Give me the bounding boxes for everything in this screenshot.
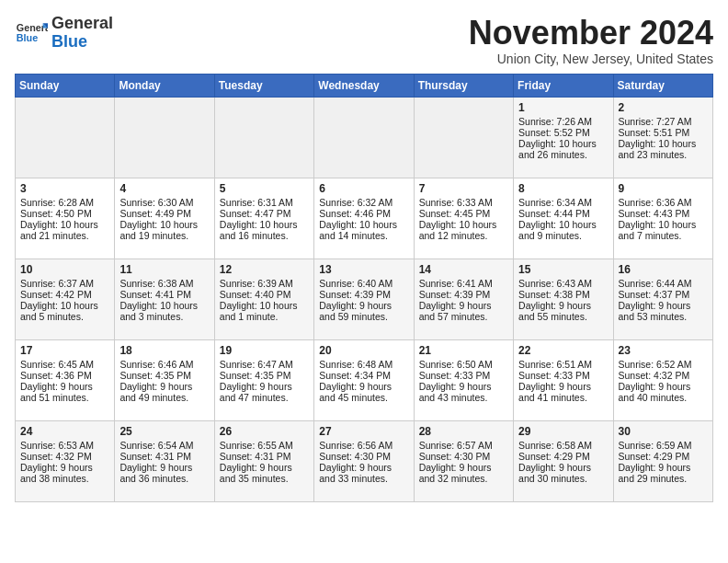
day-info-line: Sunrise: 6:31 AM [220, 197, 309, 208]
day-info-line: Daylight: 9 hours [220, 381, 309, 392]
day-of-week-header: Friday [514, 74, 613, 97]
day-number: 30 [619, 425, 708, 438]
day-info-line: and 38 minutes. [20, 473, 109, 484]
calendar-cell: 5Sunrise: 6:31 AMSunset: 4:47 PMDaylight… [214, 178, 313, 259]
day-number: 24 [20, 425, 109, 438]
day-info-line: and 33 minutes. [319, 473, 408, 484]
calendar-week-row: 3Sunrise: 6:28 AMSunset: 4:50 PMDaylight… [16, 178, 713, 259]
calendar-cell: 17Sunrise: 6:45 AMSunset: 4:36 PMDayligh… [16, 339, 115, 420]
day-info-line: Daylight: 10 hours [419, 219, 508, 230]
day-info-line: Sunset: 4:32 PM [20, 451, 109, 462]
day-number: 11 [119, 263, 209, 276]
calendar-cell [115, 97, 214, 178]
day-info-line: Sunrise: 6:47 AM [220, 359, 309, 370]
day-info-line: Sunset: 5:52 PM [518, 127, 608, 138]
calendar-week-row: 10Sunrise: 6:37 AMSunset: 4:42 PMDayligh… [16, 259, 713, 339]
day-info-line: Daylight: 10 hours [619, 219, 708, 230]
day-number: 13 [319, 263, 408, 276]
calendar-cell: 2Sunrise: 7:27 AMSunset: 5:51 PMDaylight… [613, 97, 712, 178]
day-info-line: and 59 minutes. [319, 311, 408, 322]
day-of-week-header: Wednesday [314, 74, 414, 97]
day-info-line: Daylight: 10 hours [119, 300, 209, 311]
svg-text:Blue: Blue [17, 32, 38, 43]
calendar-cell: 8Sunrise: 6:34 AMSunset: 4:44 PMDaylight… [514, 178, 613, 259]
day-info-line: Daylight: 10 hours [619, 138, 708, 149]
day-info-line: Daylight: 10 hours [319, 219, 408, 230]
day-info-line: Sunset: 4:43 PM [619, 208, 708, 219]
day-number: 6 [319, 182, 408, 195]
day-info-line: Sunset: 4:50 PM [20, 208, 109, 219]
day-info-line: Sunset: 4:39 PM [419, 289, 508, 300]
calendar-cell [16, 97, 115, 178]
day-info-line: Daylight: 10 hours [220, 300, 309, 311]
day-info-line: Sunrise: 6:40 AM [319, 278, 408, 289]
day-number: 15 [518, 263, 608, 276]
day-info-line: and 49 minutes. [119, 392, 209, 403]
day-number: 27 [319, 425, 408, 438]
calendar-cell: 25Sunrise: 6:54 AMSunset: 4:31 PMDayligh… [115, 420, 214, 501]
day-number: 7 [419, 182, 508, 195]
day-info-line: Daylight: 9 hours [419, 462, 508, 473]
calendar-header-row: SundayMondayTuesdayWednesdayThursdayFrid… [16, 74, 713, 97]
day-info-line: Sunset: 5:51 PM [619, 127, 708, 138]
day-info-line: Sunrise: 6:51 AM [518, 359, 608, 370]
day-number: 12 [220, 263, 309, 276]
logo-general-text: General [51, 14, 113, 32]
logo-icon: General Blue [15, 17, 48, 50]
calendar-cell: 30Sunrise: 6:59 AMSunset: 4:29 PMDayligh… [613, 420, 712, 501]
day-number: 5 [220, 182, 309, 195]
calendar-week-row: 1Sunrise: 7:26 AMSunset: 5:52 PMDaylight… [16, 97, 713, 178]
day-info-line: Sunrise: 6:56 AM [319, 440, 408, 451]
day-info-line: Sunset: 4:33 PM [518, 370, 608, 381]
calendar-cell: 11Sunrise: 6:38 AMSunset: 4:41 PMDayligh… [115, 259, 214, 339]
day-info-line: Sunrise: 6:30 AM [119, 197, 209, 208]
day-info-line: Sunset: 4:34 PM [319, 370, 408, 381]
day-info-line: Sunset: 4:35 PM [119, 370, 209, 381]
day-info-line: Sunrise: 6:54 AM [119, 440, 209, 451]
day-info-line: and 21 minutes. [20, 230, 109, 241]
day-number: 9 [619, 182, 708, 195]
day-info-line: Sunset: 4:31 PM [220, 451, 309, 462]
day-info-line: Sunset: 4:35 PM [220, 370, 309, 381]
day-info-line: Sunset: 4:29 PM [619, 451, 708, 462]
day-info-line: Sunrise: 6:55 AM [220, 440, 309, 451]
day-info-line: Sunrise: 6:37 AM [20, 278, 109, 289]
day-info-line: Daylight: 9 hours [20, 462, 109, 473]
day-info-line: Sunset: 4:49 PM [119, 208, 209, 219]
day-info-line: Sunset: 4:42 PM [20, 289, 109, 300]
day-info-line: Sunset: 4:41 PM [119, 289, 209, 300]
day-info-line: Daylight: 10 hours [20, 300, 109, 311]
calendar-cell: 1Sunrise: 7:26 AMSunset: 5:52 PMDaylight… [514, 97, 613, 178]
day-info-line: and 12 minutes. [419, 230, 508, 241]
calendar-cell: 27Sunrise: 6:56 AMSunset: 4:30 PMDayligh… [314, 420, 414, 501]
day-info-line: Daylight: 10 hours [20, 219, 109, 230]
day-info-line: Daylight: 9 hours [619, 300, 708, 311]
day-number: 21 [419, 344, 508, 357]
day-info-line: Sunrise: 6:43 AM [518, 278, 608, 289]
calendar-cell: 24Sunrise: 6:53 AMSunset: 4:32 PMDayligh… [16, 420, 115, 501]
calendar-cell [214, 97, 313, 178]
day-info-line: Daylight: 10 hours [518, 138, 608, 149]
day-info-line: and 7 minutes. [619, 230, 708, 241]
day-info-line: Sunset: 4:44 PM [518, 208, 608, 219]
day-number: 14 [419, 263, 508, 276]
day-info-line: Sunset: 4:30 PM [319, 451, 408, 462]
day-info-line: Daylight: 9 hours [619, 381, 708, 392]
day-info-line: Sunset: 4:32 PM [619, 370, 708, 381]
day-info-line: Sunset: 4:33 PM [419, 370, 508, 381]
day-number: 10 [20, 263, 109, 276]
day-info-line: Sunset: 4:45 PM [419, 208, 508, 219]
day-info-line: Daylight: 9 hours [518, 381, 608, 392]
day-number: 17 [20, 344, 109, 357]
calendar-title: November 2024 [469, 15, 713, 52]
day-info-line: Sunrise: 6:46 AM [119, 359, 209, 370]
day-info-line: Sunrise: 6:33 AM [419, 197, 508, 208]
calendar-cell: 6Sunrise: 6:32 AMSunset: 4:46 PMDaylight… [314, 178, 414, 259]
day-info-line: Sunrise: 6:58 AM [518, 440, 608, 451]
calendar-cell: 19Sunrise: 6:47 AMSunset: 4:35 PMDayligh… [214, 339, 313, 420]
day-info-line: Daylight: 9 hours [619, 462, 708, 473]
day-info-line: Sunrise: 6:52 AM [619, 359, 708, 370]
day-number: 26 [220, 425, 309, 438]
day-info-line: Sunset: 4:37 PM [619, 289, 708, 300]
day-number: 29 [518, 425, 608, 438]
